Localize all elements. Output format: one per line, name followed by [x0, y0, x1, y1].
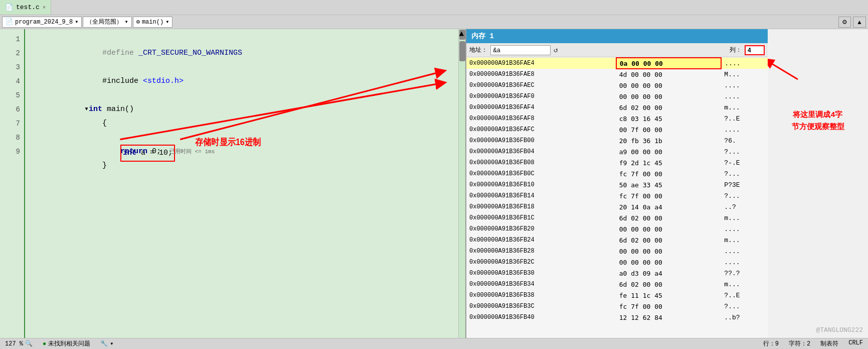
tools-chevron: ▾ — [110, 340, 113, 347]
mem-chars-8: ?... — [721, 146, 768, 157]
mem-chars-23: ..b? — [721, 312, 768, 323]
mem-bytes-22: fc 7f 00 00 — [616, 301, 722, 312]
mem-chars-10: ?... — [721, 168, 768, 179]
mem-chars-20: m... — [721, 279, 768, 290]
func-dropdown-label: main() — [142, 19, 163, 26]
func-icon: ⚙ — [136, 18, 140, 26]
mem-chars-6: .... — [721, 124, 768, 135]
code-line-6: { — [30, 102, 453, 117]
settings-button[interactable]: ⚙ — [838, 17, 851, 28]
memory-pane: 内存 1 地址： ↺ 列： 0x000000A91B36FAE40a 00 00… — [466, 29, 768, 338]
char-info: 字符：2 — [789, 339, 810, 348]
line-info: 行：9 — [763, 339, 779, 348]
scope-chevron-icon: ▾ — [124, 18, 128, 26]
col-input[interactable] — [745, 45, 765, 55]
code-scroll: 1 2 3 4 5 6 7 8 9 #define _CRT_SECURE_NO… — [0, 29, 465, 338]
file-dropdown-label: program_2024_9_8 — [15, 19, 73, 26]
code-scrollbar[interactable]: ▲ — [458, 29, 465, 338]
mem-bytes-18: 00 00 00 00 — [616, 257, 722, 268]
main-area: 1 2 3 4 5 6 7 8 9 #define _CRT_SECURE_NO… — [0, 29, 868, 338]
mem-addr-9: 0x000000A91B36FB08 — [466, 157, 616, 168]
line-num-3: 3 — [0, 60, 24, 74]
code-line-3: #include <stdio.h> — [30, 60, 453, 74]
mem-chars-3: .... — [721, 91, 768, 102]
mem-addr-8: 0x000000A91B36FB04 — [466, 146, 616, 157]
tab-test-c[interactable]: 📄 test.c × — [0, 0, 51, 15]
status-text: 未找到相关问题 — [48, 339, 90, 348]
mem-bytes-8: a9 00 00 00 — [616, 146, 722, 157]
mem-addr-3: 0x000000A91B36FAF0 — [466, 91, 616, 102]
address-label: 地址： — [469, 46, 487, 54]
mem-bytes-3: 00 00 00 00 — [616, 91, 722, 102]
mem-bytes-1: 4d 00 00 00 — [616, 69, 722, 80]
mem-chars-0: .... — [721, 58, 768, 69]
toolbar: 📄 program_2024_9_8 ▾ （全局范围） ▾ ⚙ main() ▾… — [0, 15, 868, 29]
mem-bytes-11: 50 ae 33 45 — [616, 179, 722, 190]
mem-bytes-19: a0 d3 09 a4 — [616, 268, 722, 279]
status-green-icon: ● — [43, 340, 46, 347]
line-num-9: 9 — [0, 145, 24, 159]
mem-chars-2: .... — [721, 80, 768, 91]
svg-line-5 — [773, 64, 798, 79]
code-line-4 — [30, 74, 453, 88]
mem-chars-14: m... — [721, 212, 768, 223]
code-lines: #define _CRT_SECURE_NO_WARNINGS #include… — [25, 29, 458, 338]
file-dropdown[interactable]: 📄 program_2024_9_8 ▾ — [2, 17, 82, 28]
mem-bytes-0: 0a 00 00 00 — [616, 58, 722, 69]
line-numbers: 1 2 3 4 5 6 7 8 9 — [0, 29, 25, 338]
mem-chars-17: .... — [721, 246, 768, 257]
memory-table: 0x000000A91B36FAE40a 00 00 00....0x00000… — [466, 57, 768, 323]
code-line-1: #define _CRT_SECURE_NO_WARNINGS — [30, 32, 453, 46]
mem-bytes-4: 6d 02 00 00 — [616, 102, 722, 113]
address-input[interactable] — [490, 45, 551, 55]
mem-chars-5: ?..E — [721, 113, 768, 124]
mem-addr-1: 0x000000A91B36FAE8 — [466, 69, 616, 80]
line-num-6: 6 — [0, 102, 24, 117]
func-dropdown[interactable]: ⚙ main() ▾ — [133, 17, 173, 28]
mem-chars-9: ?-.E — [721, 157, 768, 168]
tab-label: test.c — [16, 4, 40, 11]
mem-addr-20: 0x000000A91B36FB34 — [466, 279, 616, 290]
mem-chars-4: m... — [721, 102, 768, 113]
mem-chars-22: ?... — [721, 301, 768, 312]
code-line-8: return 0; 已用时间 <= 1ms — [30, 131, 453, 145]
mem-bytes-23: 12 12 62 84 — [616, 312, 722, 323]
mem-addr-7: 0x000000A91B36FB00 — [466, 135, 616, 146]
mem-bytes-5: c8 03 16 45 — [616, 113, 722, 124]
right-arrow-svg — [768, 49, 868, 109]
expand-button[interactable]: ▲ — [853, 17, 866, 28]
mem-addr-11: 0x000000A91B36FB10 — [466, 179, 616, 190]
mem-addr-23: 0x000000A91B36FB40 — [466, 312, 616, 323]
scrollbar-thumb[interactable] — [459, 41, 465, 61]
scope-dropdown-label: （全局范围） — [86, 18, 122, 26]
refresh-icon[interactable]: ↺ — [554, 46, 558, 54]
mem-addr-6: 0x000000A91B36FAFC — [466, 124, 616, 135]
mem-addr-18: 0x000000A91B36FB2C — [466, 257, 616, 268]
mem-bytes-12: fc 7f 00 00 — [616, 190, 722, 201]
memory-and-annot: 内存 1 地址： ↺ 列： 0x000000A91B36FAE40a 00 00… — [466, 29, 868, 338]
code-line-2 — [30, 46, 453, 60]
mem-bytes-15: 00 00 00 00 — [616, 223, 722, 235]
mem-chars-12: ?... — [721, 190, 768, 201]
mem-bytes-7: 20 fb 36 1b — [616, 135, 722, 146]
code-pane: 1 2 3 4 5 6 7 8 9 #define _CRT_SECURE_NO… — [0, 29, 466, 338]
mem-bytes-9: f9 2d 1c 45 — [616, 157, 722, 168]
mem-bytes-10: fc 7f 00 00 — [616, 168, 722, 179]
mem-addr-14: 0x000000A91B36FB1C — [466, 212, 616, 223]
mem-addr-4: 0x000000A91B36FAF4 — [466, 102, 616, 113]
code-line-5: ▾int main() — [30, 88, 453, 102]
scope-dropdown[interactable]: （全局范围） ▾ — [83, 17, 131, 28]
col-label: 列： — [730, 46, 742, 54]
mem-bytes-2: 00 00 00 00 — [616, 80, 722, 91]
tab-close-button[interactable]: × — [43, 5, 46, 11]
line-ending: CRLF — [848, 339, 863, 348]
status-bar: 127 % 🔍 ● 未找到相关问题 🔧 ▾ 行：9 字符：2 制表符 CRLF — [0, 338, 868, 349]
scrollbar-up-arrow[interactable]: ▲ — [459, 30, 465, 40]
line-num-2: 2 — [0, 46, 24, 60]
mem-bytes-17: 00 00 00 00 — [616, 246, 722, 257]
mem-chars-18: .... — [721, 257, 768, 268]
memory-address-bar: 地址： ↺ 列： — [466, 43, 768, 57]
right-annotation-area: 将这里调成4字 节方便观察整型 — [768, 29, 868, 338]
mem-chars-11: P?3E — [721, 179, 768, 190]
tools-icon: 🔧 — [100, 340, 108, 347]
